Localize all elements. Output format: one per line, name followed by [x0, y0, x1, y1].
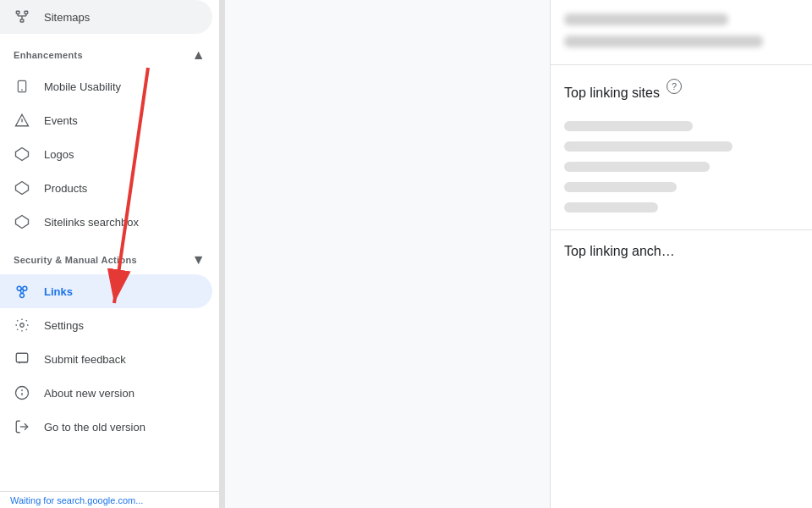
sidebar-item-go-to-old-version[interactable]: Go to the old version: [0, 410, 212, 444]
top-linking-anchor-title: Top linking anch…: [564, 244, 798, 259]
enhancements-section-header[interactable]: Enhancements ▲: [0, 34, 219, 69]
skeleton-row-1: [564, 121, 693, 131]
feedback-icon: [14, 351, 30, 367]
sitelinks-icon: [14, 213, 30, 230]
help-icon[interactable]: ?: [667, 79, 682, 94]
products-icon: [14, 179, 30, 196]
exit-icon: [14, 418, 30, 435]
svg-point-20: [20, 323, 25, 328]
sidebar-item-label: Settings: [44, 319, 84, 332]
security-manual-actions-header[interactable]: Security & Manual Actions ▼: [0, 239, 219, 274]
skeleton-row-4: [564, 182, 677, 192]
security-chevron: ▼: [192, 252, 206, 268]
skeleton-row-2: [564, 141, 732, 152]
svg-point-14: [17, 286, 21, 290]
sidebar-item-label: Sitemaps: [44, 11, 90, 24]
links-icon: [14, 283, 30, 300]
sidebar-item-sitelinks-searchbox[interactable]: Sitelinks searchbox: [0, 205, 212, 239]
sidebar-item-label: About new version: [44, 387, 134, 400]
svg-rect-21: [16, 353, 28, 362]
sidebar-item-about-new-version[interactable]: About new version: [0, 376, 212, 410]
sidebar-item-submit-feedback[interactable]: Submit feedback: [0, 342, 212, 376]
sidebar-item-events[interactable]: Events: [0, 103, 212, 137]
svg-line-18: [20, 290, 22, 294]
svg-point-16: [20, 294, 25, 298]
right-panel: Top linking sites ? Top linking anch…: [550, 0, 812, 508]
sidebar-item-settings[interactable]: Settings: [0, 308, 212, 342]
logos-icon: [14, 146, 30, 163]
sidebar-item-label: Mobile Usability: [44, 80, 121, 93]
mobile-icon: [14, 78, 30, 95]
top-linking-sites-label: Top linking sites: [564, 86, 660, 101]
top-linking-sites-title: Top linking sites ?: [564, 79, 798, 108]
sidebar-item-logos[interactable]: Logos: [0, 137, 212, 171]
info-icon: [14, 384, 30, 401]
status-bar: Waiting for search.google.com...: [0, 491, 220, 508]
sidebar-item-links[interactable]: Links: [0, 274, 212, 308]
svg-rect-2: [20, 19, 24, 22]
sidebar-item-label: Go to the old version: [44, 421, 145, 433]
skeleton-row-5: [564, 202, 658, 213]
sidebar-item-label: Products: [44, 182, 87, 195]
top-linking-anchor-label: Top linking anch…: [564, 244, 675, 259]
main-content: [225, 0, 550, 508]
top-linking-sites-section: Top linking sites ?: [551, 65, 812, 230]
status-text: Waiting for search.google.com...: [10, 495, 143, 505]
sidebar-item-label: Submit feedback: [44, 353, 126, 366]
enhancements-label: Enhancements: [14, 50, 83, 60]
sitemap-icon: [14, 8, 30, 25]
svg-marker-12: [16, 182, 29, 195]
svg-marker-11: [16, 148, 29, 161]
blurred-row-2: [564, 36, 763, 47]
sidebar-item-mobile-usability[interactable]: Mobile Usability: [0, 69, 212, 103]
events-icon: [14, 112, 30, 129]
top-linking-anchor-section: Top linking anch…: [551, 230, 812, 286]
top-blurred-section: [551, 0, 812, 65]
sidebar: Sitemaps Enhancements ▲ Mobile Usability…: [0, 0, 220, 508]
svg-rect-1: [25, 11, 28, 14]
sidebar-item-label: Links: [44, 285, 73, 298]
security-label: Security & Manual Actions: [14, 255, 137, 265]
settings-icon: [14, 317, 30, 334]
svg-point-15: [23, 286, 27, 290]
svg-line-19: [22, 290, 24, 294]
sidebar-item-label: Events: [44, 114, 78, 127]
svg-marker-13: [16, 216, 29, 229]
skeleton-row-3: [564, 162, 710, 172]
sidebar-item-label: Sitelinks searchbox: [44, 216, 139, 229]
svg-rect-0: [16, 11, 19, 14]
enhancements-chevron: ▲: [192, 47, 206, 63]
sidebar-item-sitemaps[interactable]: Sitemaps: [0, 0, 212, 34]
sidebar-item-label: Logos: [44, 148, 74, 161]
sidebar-item-products[interactable]: Products: [0, 171, 212, 205]
blurred-row-1: [564, 14, 728, 25]
